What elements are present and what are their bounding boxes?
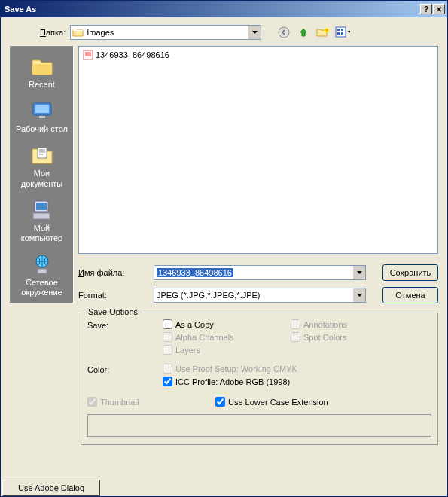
proof-checkbox: Use Proof Setup: Working CMYK bbox=[163, 364, 431, 374]
lowercase-checkbox[interactable]: Use Lower Case Extension bbox=[215, 397, 328, 407]
folder-label: Папка: bbox=[40, 28, 66, 37]
chevron-down-icon[interactable] bbox=[248, 26, 261, 39]
svg-rect-5 bbox=[337, 32, 340, 35]
place-computer[interactable]: Мой компьютер bbox=[12, 195, 72, 248]
up-button[interactable] bbox=[296, 25, 311, 40]
save-options-legend: Save Options bbox=[86, 307, 140, 316]
svg-point-0 bbox=[279, 27, 289, 38]
svg-rect-15 bbox=[38, 269, 47, 273]
spot-checkbox: Spot Colors bbox=[291, 332, 346, 342]
svg-rect-4 bbox=[341, 29, 343, 31]
annotations-checkbox: Annotations bbox=[291, 319, 347, 329]
desktop-icon bbox=[30, 99, 54, 123]
save-as-dialog: Save As ? ✕ Папка: Images bbox=[0, 0, 448, 497]
documents-icon bbox=[30, 143, 54, 167]
icc-checkbox[interactable]: ICC Profile: Adobe RGB (1998) bbox=[163, 377, 431, 386]
use-adobe-dialog-button[interactable]: Use Adobe Dialog bbox=[2, 480, 100, 496]
svg-rect-10 bbox=[38, 148, 47, 158]
window-title: Save As bbox=[3, 5, 420, 14]
format-label: Format: bbox=[78, 291, 154, 300]
image-file-icon bbox=[83, 50, 93, 60]
svg-rect-3 bbox=[337, 29, 340, 31]
warning-box bbox=[87, 414, 431, 437]
view-menu-button[interactable] bbox=[335, 25, 350, 40]
save-options-group: Save Options Save: As a Copy Annotations… bbox=[81, 313, 438, 445]
close-button[interactable]: ✕ bbox=[433, 4, 445, 14]
filename-input[interactable]: 1346933_86498616 bbox=[154, 265, 366, 280]
help-button[interactable]: ? bbox=[420, 4, 432, 14]
places-bar: Recent Рабочий стол Мои документы Мой ко… bbox=[10, 46, 74, 303]
folder-combo[interactable]: Images bbox=[70, 25, 261, 40]
color-label: Color: bbox=[87, 364, 163, 386]
save-button[interactable]: Сохранить bbox=[382, 264, 438, 281]
layers-checkbox: Layers bbox=[163, 345, 431, 355]
filename-label: Имя файла: bbox=[78, 268, 154, 277]
place-documents[interactable]: Мои документы bbox=[12, 140, 72, 193]
chevron-down-icon[interactable] bbox=[353, 288, 365, 302]
svg-rect-13 bbox=[33, 213, 50, 219]
save-label: Save: bbox=[87, 319, 163, 355]
svg-rect-8 bbox=[35, 105, 49, 113]
place-recent[interactable]: Recent bbox=[12, 51, 72, 94]
file-item[interactable]: 1346933_86498616 bbox=[81, 49, 435, 61]
new-folder-button[interactable] bbox=[315, 25, 331, 40]
folder-recent-icon bbox=[30, 54, 54, 78]
svg-rect-6 bbox=[341, 32, 343, 35]
file-list[interactable]: 1346933_86498616 bbox=[78, 46, 438, 254]
thumbnail-checkbox: Thumbnail bbox=[87, 397, 215, 407]
computer-icon bbox=[30, 198, 54, 222]
place-network[interactable]: Сетевое окружение bbox=[12, 249, 72, 302]
folder-value: Images bbox=[87, 28, 114, 37]
format-combo[interactable]: JPEG (*.JPG;*.JPEG;*.JPE) bbox=[154, 288, 366, 303]
alpha-checkbox: Alpha Channels bbox=[163, 332, 261, 342]
as-copy-checkbox[interactable]: As a Copy bbox=[163, 319, 261, 329]
svg-rect-12 bbox=[36, 203, 47, 210]
svg-rect-2 bbox=[336, 27, 346, 37]
place-desktop[interactable]: Рабочий стол bbox=[12, 96, 72, 139]
cancel-button[interactable]: Отмена bbox=[382, 287, 438, 303]
back-button[interactable] bbox=[276, 25, 291, 40]
svg-rect-9 bbox=[39, 116, 45, 118]
svg-rect-17 bbox=[85, 52, 91, 56]
chevron-down-icon[interactable] bbox=[353, 266, 365, 279]
folder-icon bbox=[72, 27, 84, 38]
titlebar: Save As ? ✕ bbox=[1, 1, 447, 17]
network-icon bbox=[30, 252, 54, 276]
